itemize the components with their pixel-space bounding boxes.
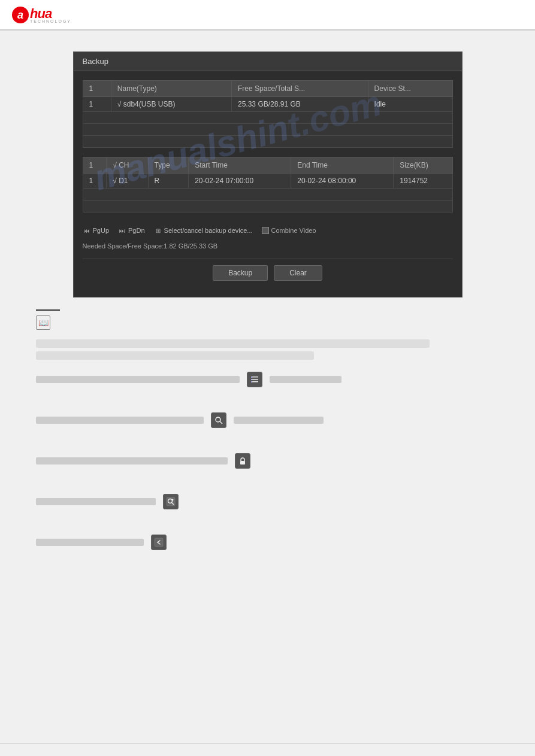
select-icon: ⊞ xyxy=(154,226,162,235)
search-icon xyxy=(211,412,226,428)
file-table-header: 1 √ CH Type Start Time End Time Size(KB) xyxy=(83,157,452,174)
device-col-num: 1 xyxy=(83,81,111,97)
footer-line xyxy=(0,743,535,744)
file-empty-row-1 xyxy=(83,189,452,201)
icon-row-mag-settings xyxy=(36,494,499,509)
pgdn-button[interactable]: ⏭ PgDn xyxy=(118,226,145,235)
file-row-size: 1914752 xyxy=(394,174,452,189)
logo-icon: a xyxy=(12,7,29,23)
device-col-name: Name(Type) xyxy=(111,81,231,97)
svg-point-12 xyxy=(172,499,174,501)
file-row-type: R xyxy=(148,174,189,189)
pgdn-label: PgDn xyxy=(128,227,145,234)
device-row-space: 25.33 GB/28.91 GB xyxy=(232,97,368,112)
device-row-name: √ sdb4(USB USB) xyxy=(111,97,231,112)
svg-rect-4 xyxy=(251,379,252,380)
backup-dialog: Backup 1 Name(Type) Free Space/Total S..… xyxy=(73,51,463,297)
text-before-mag-icon xyxy=(36,498,156,505)
svg-rect-3 xyxy=(251,377,252,378)
file-row-ch: √ D1 xyxy=(107,174,148,189)
svg-rect-5 xyxy=(251,381,252,382)
file-col-start: Start Time xyxy=(189,157,291,174)
svg-rect-8 xyxy=(240,461,245,464)
device-row-num: 1 xyxy=(83,97,111,112)
note-text-line-2 xyxy=(36,351,314,360)
combine-video-label: Combine Video xyxy=(271,227,316,234)
header: a hua TECHNOLOGY xyxy=(0,0,535,30)
spacer-3 xyxy=(36,476,499,494)
select-backup-device-button[interactable]: ⊞ Select/cancel backup device... xyxy=(154,226,253,235)
note-line xyxy=(36,309,60,311)
pgup-icon: ⏮ xyxy=(83,226,91,235)
file-table-row[interactable]: 1 √ D1 R 20-02-24 07:00:00 20-02-24 08:0… xyxy=(83,174,452,189)
file-row-start: 20-02-24 07:00:00 xyxy=(189,174,291,189)
text-after-search-icon xyxy=(234,417,324,424)
combine-video-checkbox[interactable] xyxy=(262,227,269,234)
file-row-end: 20-02-24 08:00:00 xyxy=(291,174,394,189)
file-col-size: Size(KB) xyxy=(394,157,452,174)
action-buttons: Backup Clear xyxy=(83,259,453,288)
logo: a hua TECHNOLOGY xyxy=(12,6,71,23)
spacer-4 xyxy=(36,517,499,535)
device-row-status: Idle xyxy=(368,97,452,112)
device-empty-row-1 xyxy=(83,112,452,124)
select-label: Select/cancel backup device... xyxy=(164,227,253,234)
text-after-list-icon xyxy=(270,376,341,383)
combine-video-control: Combine Video xyxy=(262,227,316,234)
file-row-num: 1 xyxy=(83,174,107,189)
note-text-line-1 xyxy=(36,339,430,348)
device-empty-row-2 xyxy=(83,124,452,136)
icon-row-lock xyxy=(36,453,499,469)
spacer-2 xyxy=(36,435,499,453)
pgup-label: PgUp xyxy=(93,227,110,234)
icon-row-search xyxy=(36,412,499,428)
device-col-status: Device St... xyxy=(368,81,452,97)
svg-point-6 xyxy=(216,417,220,422)
device-col-space: Free Space/Total S... xyxy=(232,81,368,97)
text-before-lock-icon xyxy=(36,457,228,464)
file-col-type: Type xyxy=(148,157,189,174)
backup-dialog-title: Backup xyxy=(74,52,462,71)
list-icon xyxy=(247,372,262,387)
text-before-back-icon xyxy=(36,539,144,546)
icon-section xyxy=(24,372,511,550)
text-before-search-icon xyxy=(36,417,204,424)
needed-space-text: Needed Space/Free Space:1.82 GB/25.33 GB xyxy=(83,239,453,253)
file-empty-row-2 xyxy=(83,201,452,212)
device-table: 1 Name(Type) Free Space/Total S... Devic… xyxy=(83,80,453,148)
note-icon: 📖 xyxy=(36,315,50,330)
spacer-1 xyxy=(36,394,499,412)
mag-settings-icon xyxy=(163,494,179,509)
file-col-ch: √ CH xyxy=(107,157,148,174)
lock-icon xyxy=(235,453,250,469)
svg-line-7 xyxy=(220,421,222,424)
bottom-controls: ⏮ PgUp ⏭ PgDn ⊞ Select/cancel backup dev… xyxy=(83,221,453,239)
device-empty-row-3 xyxy=(83,136,452,148)
pgup-button[interactable]: ⏮ PgUp xyxy=(83,226,110,235)
icon-row-list xyxy=(36,372,499,387)
backup-dialog-body: 1 Name(Type) Free Space/Total S... Devic… xyxy=(74,71,462,297)
pgdn-icon: ⏭ xyxy=(118,226,126,235)
file-col-num: 1 xyxy=(83,157,107,174)
device-table-container: 1 Name(Type) Free Space/Total S... Devic… xyxy=(83,80,453,148)
svg-rect-13 xyxy=(155,538,163,546)
backup-button[interactable]: Backup xyxy=(213,265,268,281)
file-table-container: 1 √ CH Type Start Time End Time Size(KB)… xyxy=(83,157,453,212)
device-table-header: 1 Name(Type) Free Space/Total S... Devic… xyxy=(83,81,452,97)
file-col-end: End Time xyxy=(291,157,394,174)
back-icon xyxy=(151,535,167,550)
logo-sub: TECHNOLOGY xyxy=(30,19,71,23)
note-section: 📖 xyxy=(24,309,511,360)
file-table: 1 √ CH Type Start Time End Time Size(KB)… xyxy=(83,157,453,212)
text-before-list-icon xyxy=(36,376,240,383)
clear-button[interactable]: Clear xyxy=(274,265,322,281)
icon-row-back xyxy=(36,535,499,550)
device-table-row[interactable]: 1 √ sdb4(USB USB) 25.33 GB/28.91 GB Idle xyxy=(83,97,452,112)
main-content: Backup 1 Name(Type) Free Space/Total S..… xyxy=(0,31,535,571)
